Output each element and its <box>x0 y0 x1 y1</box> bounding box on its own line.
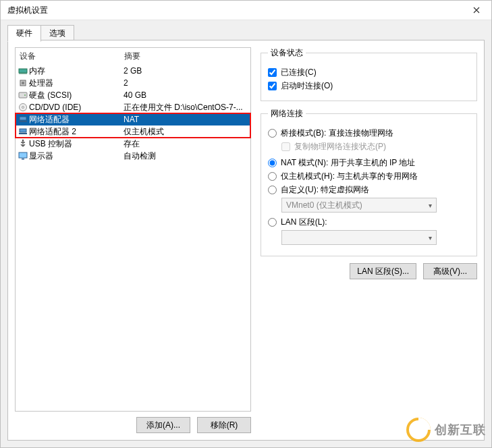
hdd-icon <box>17 90 29 100</box>
right-column: 设备状态 已连接(C) 启动时连接(O) 网络连接 桥接模式(B): 直接连接物 <box>251 47 477 433</box>
device-row-7[interactable]: 显示器自动检测 <box>16 150 250 162</box>
chevron-down-icon: ▾ <box>429 202 432 209</box>
device-summary: 自动检测 <box>124 150 249 162</box>
device-summary: 2 <box>124 78 249 88</box>
lan-segments-button[interactable]: LAN 区段(S)... <box>350 263 416 279</box>
device-row-0[interactable]: 内存2 GB <box>16 65 250 77</box>
svg-rect-0 <box>19 69 27 73</box>
device-name: 处理器 <box>29 78 124 89</box>
device-row-3[interactable]: CD/DVD (IDE)正在使用文件 D:\iso\CentOS-7-... <box>16 101 250 113</box>
left-buttons: 添加(A)... 移除(R) <box>15 417 251 433</box>
watermark-logo-icon <box>406 418 431 442</box>
lan-input[interactable] <box>268 218 277 227</box>
svg-rect-10 <box>19 133 27 134</box>
device-state-legend: 设备状态 <box>268 47 306 59</box>
close-button[interactable] <box>462 1 491 20</box>
device-name: 网络适配器 <box>29 114 124 125</box>
device-name: 网络适配器 2 <box>29 126 124 138</box>
replicate-input <box>281 142 290 151</box>
net-icon <box>17 115 29 124</box>
cd-icon <box>17 103 29 112</box>
connected-input[interactable] <box>268 68 277 77</box>
device-row-5[interactable]: 网络适配器 2仅主机模式 <box>16 125 250 138</box>
device-summary: 2 GB <box>124 66 249 76</box>
device-name: CD/DVD (IDE) <box>29 103 124 112</box>
lan-select: ▾ <box>281 230 437 245</box>
device-row-1[interactable]: 处理器2 <box>16 77 250 89</box>
bridged-input[interactable] <box>268 129 277 138</box>
svg-point-6 <box>22 107 24 109</box>
usb-icon <box>17 139 29 148</box>
svg-rect-7 <box>20 117 26 120</box>
replicate-checkbox: 复制物理网络连接状态(P) <box>268 141 470 152</box>
network-connection-group: 网络连接 桥接模式(B): 直接连接物理网络 复制物理网络连接状态(P) NAT… <box>261 108 477 256</box>
device-row-2[interactable]: 硬盘 (SCSI)40 GB <box>16 89 250 101</box>
vm-settings-window: 虚拟机设置 硬件选项 设备 摘要 内存2 GB处理器2硬盘 (SCSI)40 G… <box>0 0 492 448</box>
cpu-icon <box>17 78 29 88</box>
nat-radio[interactable]: NAT 模式(N): 用于共享主机的 IP 地址 <box>268 157 470 168</box>
window-title: 虚拟机设置 <box>1 5 462 16</box>
connected-checkbox[interactable]: 已连接(C) <box>268 67 470 78</box>
hostonly-radio[interactable]: 仅主机模式(H): 与主机共享的专用网络 <box>268 171 470 181</box>
header-summary: 摘要 <box>124 51 246 62</box>
svg-rect-12 <box>19 152 27 158</box>
connect-at-poweron-checkbox[interactable]: 启动时连接(O) <box>268 80 470 91</box>
display-icon <box>17 151 29 161</box>
custom-select: VMnet0 (仅主机模式) ▾ <box>281 198 437 213</box>
net-icon <box>17 127 29 136</box>
device-list-header: 设备 摘要 <box>16 48 250 65</box>
close-icon <box>473 7 480 13</box>
hardware-panel: 设备 摘要 内存2 GB处理器2硬盘 (SCSI)40 GBCD/DVD (ID… <box>7 40 485 441</box>
connect-at-poweron-input[interactable] <box>268 82 277 90</box>
custom-input[interactable] <box>268 186 277 194</box>
device-summary: 仅主机模式 <box>124 126 249 138</box>
advanced-button[interactable]: 高级(V)... <box>423 263 477 279</box>
custom-radio[interactable]: 自定义(U): 特定虚拟网络 <box>268 184 470 195</box>
mem-icon <box>17 66 29 76</box>
device-name: 硬盘 (SCSI) <box>29 90 124 101</box>
svg-point-4 <box>24 94 26 96</box>
device-name: USB 控制器 <box>29 138 124 150</box>
device-state-group: 设备状态 已连接(C) 启动时连接(O) <box>261 47 477 101</box>
device-summary: NAT <box>124 115 249 124</box>
device-summary: 正在使用文件 D:\iso\CentOS-7-... <box>124 102 249 113</box>
svg-rect-2 <box>22 82 24 84</box>
right-buttons: LAN 区段(S)... 高级(V)... <box>261 263 477 279</box>
watermark-text: 创新互联 <box>435 422 486 438</box>
device-row-6[interactable]: USB 控制器存在 <box>16 138 250 150</box>
watermark: 创新互联 <box>406 418 486 442</box>
svg-rect-13 <box>22 159 24 160</box>
hostonly-input[interactable] <box>268 172 277 181</box>
svg-rect-3 <box>19 92 27 98</box>
left-column: 设备 摘要 内存2 GB处理器2硬盘 (SCSI)40 GBCD/DVD (ID… <box>15 47 251 433</box>
header-device: 设备 <box>20 51 124 62</box>
remove-button[interactable]: 移除(R) <box>197 417 251 433</box>
device-list[interactable]: 设备 摘要 内存2 GB处理器2硬盘 (SCSI)40 GBCD/DVD (ID… <box>15 47 251 412</box>
bridged-radio[interactable]: 桥接模式(B): 直接连接物理网络 <box>268 128 470 138</box>
device-summary: 存在 <box>124 138 249 150</box>
device-row-4[interactable]: 网络适配器NAT <box>16 113 250 125</box>
network-connection-legend: 网络连接 <box>268 108 306 119</box>
add-button[interactable]: 添加(A)... <box>136 417 190 433</box>
titlebar: 虚拟机设置 <box>1 1 491 20</box>
device-name: 显示器 <box>29 150 124 162</box>
tab-hardware[interactable]: 硬件 <box>7 25 41 42</box>
device-summary: 40 GB <box>124 90 249 100</box>
lan-radio[interactable]: LAN 区段(L): <box>268 217 470 227</box>
chevron-down-icon: ▾ <box>429 234 432 242</box>
svg-rect-9 <box>20 129 26 132</box>
svg-rect-8 <box>19 121 27 122</box>
nat-input[interactable] <box>268 159 277 167</box>
device-name: 内存 <box>29 65 124 77</box>
svg-point-11 <box>22 140 24 142</box>
tabs: 硬件选项 <box>7 24 485 40</box>
